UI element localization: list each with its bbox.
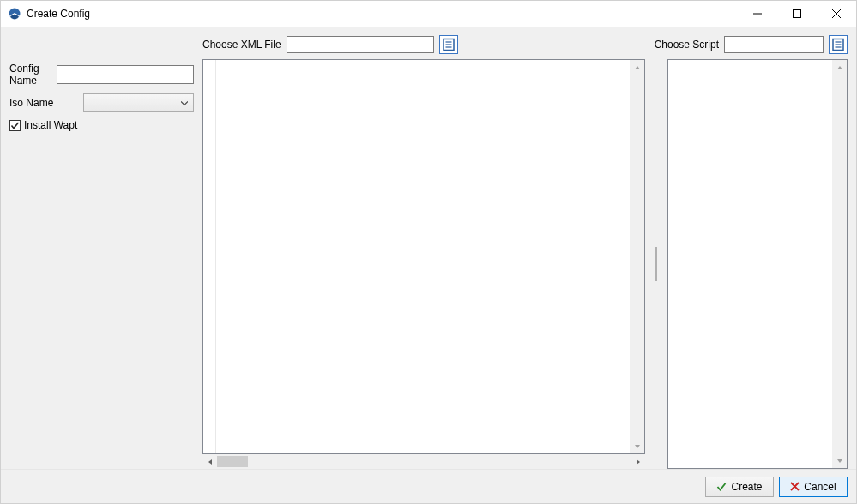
vertical-scrollbar-right[interactable] xyxy=(832,60,847,468)
create-button[interactable]: Create xyxy=(705,477,774,497)
config-name-row: Config Name xyxy=(9,63,194,87)
chevron-down-icon xyxy=(181,97,188,109)
scroll-track-horizontal[interactable] xyxy=(217,454,631,469)
xml-textarea[interactable] xyxy=(202,59,645,454)
scroll-down-arrow[interactable] xyxy=(630,439,644,453)
install-wapt-row: Install Wapt xyxy=(9,119,194,131)
window-title: Create Config xyxy=(27,8,738,20)
xml-chooser-group: Choose XML File xyxy=(202,35,458,54)
xml-browse-button[interactable] xyxy=(439,35,458,54)
close-icon xyxy=(790,482,800,491)
script-label: Choose Script xyxy=(655,39,719,51)
svg-rect-1 xyxy=(794,10,801,18)
cancel-button[interactable]: Cancel xyxy=(779,477,848,497)
scroll-down-arrow[interactable] xyxy=(832,453,847,468)
document-icon xyxy=(442,38,456,51)
scroll-right-arrow[interactable] xyxy=(631,454,645,469)
minimize-button[interactable] xyxy=(738,1,777,27)
maximize-button[interactable] xyxy=(777,1,817,27)
titlebar: Create Config xyxy=(1,1,856,27)
document-icon xyxy=(831,38,845,51)
create-config-window: Create Config Choose XML File xyxy=(0,0,857,504)
install-wapt-checkbox[interactable] xyxy=(9,120,21,131)
xml-file-input[interactable] xyxy=(287,36,434,53)
config-name-input[interactable] xyxy=(57,65,194,84)
script-chooser-group: Choose Script xyxy=(655,35,848,54)
check-icon xyxy=(10,121,20,130)
script-input[interactable] xyxy=(724,36,824,53)
iso-name-select[interactable] xyxy=(83,93,194,112)
script-content xyxy=(668,60,832,468)
iso-name-row: Iso Name xyxy=(9,93,194,112)
app-icon xyxy=(8,7,21,21)
splitter[interactable] xyxy=(654,59,659,469)
config-form: Config Name Iso Name Install W xyxy=(9,59,194,469)
scroll-up-arrow[interactable] xyxy=(630,60,644,75)
content-area: Config Name Iso Name Install W xyxy=(1,59,856,469)
check-icon xyxy=(716,482,727,492)
create-button-label: Create xyxy=(731,481,762,493)
window-controls xyxy=(738,1,856,27)
iso-name-label: Iso Name xyxy=(9,97,76,109)
scroll-left-arrow[interactable] xyxy=(202,454,217,469)
xml-file-label: Choose XML File xyxy=(202,39,281,51)
scroll-up-arrow[interactable] xyxy=(832,60,847,75)
config-name-label: Config Name xyxy=(9,63,50,87)
install-wapt-label: Install Wapt xyxy=(24,119,77,131)
vertical-scrollbar[interactable] xyxy=(630,60,644,453)
file-chooser-row: Choose XML File Choose Script xyxy=(1,27,856,59)
close-button[interactable] xyxy=(817,1,856,27)
script-textarea[interactable] xyxy=(667,59,848,469)
cancel-button-label: Cancel xyxy=(804,481,836,493)
horizontal-scrollbar[interactable] xyxy=(202,454,645,469)
xml-content-panel xyxy=(202,59,645,469)
scroll-thumb-horizontal[interactable] xyxy=(217,456,248,467)
script-browse-button[interactable] xyxy=(829,35,848,54)
footer: Create Cancel xyxy=(1,469,856,503)
